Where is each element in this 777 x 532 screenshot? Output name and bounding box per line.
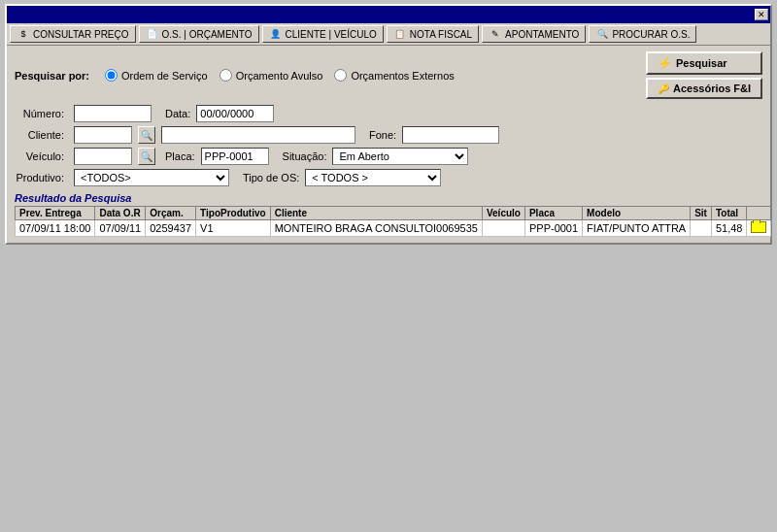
situacao-select[interactable]: Em Aberto Fechado Cancelado Todos — [332, 148, 468, 165]
col-orcam: Orçam. — [146, 207, 196, 220]
produtivo-row: Produtivo: <TODOS> V1 V2 V3 Tipo de OS: … — [15, 169, 762, 186]
col-sit: Sit — [691, 207, 712, 220]
invoice-icon: 📋 — [393, 28, 407, 40]
pesquisar-button[interactable]: ⚡ Pesquisar — [646, 51, 762, 75]
radio-oa-label: Orçamento Avulso — [236, 70, 323, 82]
main-content: Pesquisar por: Ordem de Serviço Orçament… — [15, 51, 762, 237]
search-magnify-icon: 🔍 — [595, 28, 609, 40]
tipo-os-select[interactable]: < TODOS > Tipo 1 Tipo 2 — [305, 169, 441, 186]
radio-oe-input[interactable] — [334, 69, 347, 82]
titlebar: ✕ — [7, 6, 770, 23]
situacao-label: Situação: — [283, 150, 327, 162]
tipo-os-label: Tipo de OS: — [243, 172, 299, 183]
key-icon: 🔑 — [658, 83, 669, 94]
cliente-name-input[interactable] — [161, 126, 355, 144]
col-cliente: Cliente — [270, 207, 482, 220]
pesquisar-por-label: Pesquisar por: — [15, 70, 89, 82]
radio-oa-input[interactable] — [220, 69, 232, 82]
close-button[interactable]: ✕ — [755, 9, 768, 20]
table-cell — [482, 220, 524, 237]
placa-input[interactable] — [201, 148, 269, 165]
result-tbody: 07/09/11 18:0007/09/110259437V1MONTEIRO … — [16, 220, 771, 237]
table-cell: FIAT/PUNTO ATTRA — [583, 220, 691, 237]
veiculo-label: Veículo: — [15, 150, 68, 162]
lightning-icon: ⚡ — [658, 56, 672, 70]
radio-oe: Orçamentos Externos — [334, 69, 454, 82]
cliente-search-btn[interactable]: 🔍 — [138, 126, 155, 144]
veiculo-id-input[interactable] — [74, 148, 132, 165]
data-label: Data: — [165, 108, 190, 119]
table-cell: 07/09/11 — [95, 220, 146, 237]
cliente-veiculo-btn[interactable]: 👤 CLIENTE | VEÍCULO — [262, 25, 384, 43]
numero-label: Número: — [15, 108, 68, 119]
fone-input[interactable] — [402, 126, 499, 144]
main-window: ✕ $ CONSULTAR PREÇO 📄 O.S. | ORÇAMENTO 👤… — [5, 4, 772, 245]
table-cell: MONTEIRO BRAGA CONSULTOI0069535 — [270, 220, 482, 237]
result-table: Prev. Entrega Data O.R Orçam. TipoProdut… — [15, 206, 771, 237]
col-data-or: Data O.R — [95, 207, 146, 220]
table-cell: 07/09/11 18:00 — [16, 220, 95, 237]
col-action — [747, 207, 771, 220]
cliente-row: Cliente: 🔍 Fone: — [15, 126, 762, 144]
table-cell: V1 — [196, 220, 271, 237]
fone-label: Fone: — [369, 129, 396, 141]
col-tipo: TipoProdutivo — [196, 207, 271, 220]
produtivo-label: Produtivo: — [15, 172, 68, 183]
result-title: Resultado da Pesquisa — [15, 192, 762, 204]
table-cell: 51,48 — [711, 220, 747, 237]
col-modelo: Modelo — [583, 207, 691, 220]
col-total: Total — [711, 207, 747, 220]
veiculo-search-icon: 🔍 — [141, 151, 152, 162]
search-type-row: Pesquisar por: Ordem de Serviço Orçament… — [15, 51, 762, 99]
table-cell: 0259437 — [146, 220, 196, 237]
radio-oa: Orçamento Avulso — [220, 69, 323, 82]
radio-oe-label: Orçamentos Externos — [351, 70, 454, 82]
veiculo-row: Veículo: 🔍 Placa: Situação: Em Aberto Fe… — [15, 148, 762, 165]
result-table-header: Prev. Entrega Data O.R Orçam. TipoProdut… — [16, 207, 771, 220]
cliente-label: Cliente: — [15, 129, 68, 141]
cliente-id-input[interactable] — [74, 126, 132, 144]
table-row[interactable]: 07/09/11 18:0007/09/110259437V1MONTEIRO … — [16, 220, 771, 237]
procurar-os-btn[interactable]: 🔍 PROCURAR O.S. — [589, 25, 696, 43]
col-placa: Placa — [524, 207, 582, 220]
radio-os-label: Ordem de Serviço — [121, 70, 208, 82]
col-veiculo: Veículo — [482, 207, 524, 220]
numero-input[interactable] — [74, 105, 152, 122]
acessorios-button[interactable]: 🔑 Acessórios F&I — [646, 78, 762, 99]
pen-icon: ✎ — [489, 28, 502, 40]
radio-os: Ordem de Serviço — [105, 69, 208, 82]
table-cell: PPP-0001 — [524, 220, 582, 237]
placa-label: Placa: — [165, 150, 195, 162]
folder-cell[interactable] — [747, 220, 771, 237]
os-orcamento-btn[interactable]: 📄 O.S. | ORÇAMENTO — [139, 25, 259, 43]
search-icon: 🔍 — [141, 130, 152, 141]
folder-icon[interactable] — [751, 221, 766, 233]
dollar-icon: $ — [17, 28, 30, 40]
radio-os-input[interactable] — [105, 69, 118, 82]
toolbar: $ CONSULTAR PREÇO 📄 O.S. | ORÇAMENTO 👤 C… — [7, 23, 770, 46]
apontamento-btn[interactable]: ✎ APONTAMENTO — [482, 25, 586, 43]
consultar-preco-btn[interactable]: $ CONSULTAR PREÇO — [10, 25, 136, 43]
data-input[interactable] — [196, 105, 274, 122]
produtivo-select[interactable]: <TODOS> V1 V2 V3 — [74, 169, 229, 186]
nota-fiscal-btn[interactable]: 📋 NOTA FISCAL — [387, 25, 479, 43]
numero-row: Número: Data: — [15, 105, 762, 122]
veiculo-search-btn[interactable]: 🔍 — [138, 148, 155, 165]
doc-icon: 📄 — [146, 28, 159, 40]
person-icon: 👤 — [269, 28, 283, 40]
table-cell — [691, 220, 712, 237]
content-area: Pesquisar por: Ordem de Serviço Orçament… — [7, 46, 770, 243]
col-prev-entrega: Prev. Entrega — [16, 207, 95, 220]
result-section: Resultado da Pesquisa Prev. Entrega Data… — [15, 192, 762, 237]
